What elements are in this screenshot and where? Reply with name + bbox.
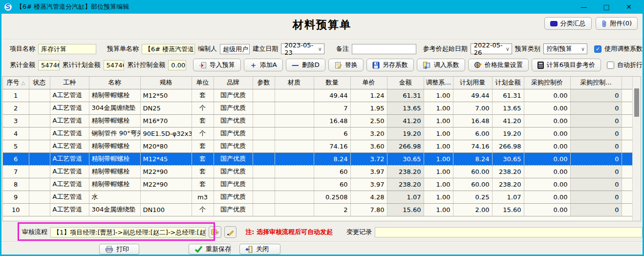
table-cell[interactable]: M16*70 (140, 114, 192, 127)
table-cell[interactable]: 3.97 (350, 178, 387, 191)
table-cell[interactable]: 国产优质 (214, 152, 253, 165)
resave-button[interactable]: 重新保存 (189, 244, 231, 255)
table-row[interactable]: 3A工艺管道精制带帽螺栓M16*70套国产优质16.482.5041.201.0… (3, 114, 632, 127)
table-cell[interactable]: 3.97 (350, 165, 387, 178)
table-cell[interactable]: 国产优质 (214, 127, 253, 140)
table-cell[interactable]: 10 (3, 203, 29, 216)
table-cell[interactable]: 1.00 (424, 165, 453, 178)
table-cell[interactable]: 19.20 (387, 127, 424, 140)
table-cell[interactable]: 0 (570, 114, 622, 127)
table-cell[interactable]: 6 (314, 127, 350, 140)
table-cell[interactable] (253, 114, 275, 127)
table-cell[interactable]: 个 (192, 102, 214, 114)
table-cell[interactable] (140, 191, 192, 203)
table-cell[interactable]: 精制带帽螺栓 (89, 140, 140, 152)
table-row[interactable]: 5A工艺管道精制带帽螺栓M20*80套国产优质74.163.60266.981.… (3, 140, 632, 152)
table-cell[interactable]: 74.16 (453, 140, 492, 152)
table-cell[interactable]: 7.80 (350, 203, 387, 216)
table-cell[interactable]: 13.65 (387, 102, 424, 114)
table-cell[interactable]: 国产优质 (214, 102, 253, 114)
table-cell[interactable]: 国产优质 (214, 203, 253, 216)
author-field[interactable]: 超级用户 (220, 44, 250, 54)
table-cell[interactable] (275, 191, 314, 203)
column-header[interactable]: 金额 (387, 77, 424, 89)
table-cell[interactable]: 60.00 (453, 178, 492, 191)
table-cell[interactable] (275, 203, 314, 216)
table-cell[interactable]: 7 (314, 102, 350, 114)
table-cell[interactable]: 1.00 (424, 152, 453, 165)
table-cell[interactable]: 0 (570, 102, 622, 114)
table-cell[interactable]: 60 (314, 178, 350, 191)
table-cell[interactable]: M20*80 (140, 140, 192, 152)
table-cell[interactable]: 8.24 (314, 152, 350, 165)
table-cell[interactable]: 1.07 (387, 191, 424, 203)
table-row[interactable]: 9A工艺管道水m3国产优质0.25084.281.071.000.251.070… (3, 191, 632, 203)
table-cell[interactable]: 60 (314, 165, 350, 178)
table-cell[interactable]: A工艺管道 (50, 165, 89, 178)
table-cell[interactable] (29, 191, 50, 203)
table-cell[interactable]: A工艺管道 (50, 89, 89, 102)
table-cell[interactable]: 1.00 (424, 114, 453, 127)
table-cell[interactable]: 0.00 (524, 178, 570, 191)
table-cell[interactable]: 49.44 (314, 89, 350, 102)
table-cell[interactable]: M22*90 (140, 165, 192, 178)
table-cell[interactable] (275, 140, 314, 152)
table-cell[interactable]: 0.00 (524, 114, 570, 127)
table-cell[interactable]: 0 (570, 178, 622, 191)
table-cell[interactable]: A工艺管道 (50, 203, 89, 216)
table-cell[interactable]: A工艺管道 (50, 178, 89, 191)
table-cell[interactable]: A工艺管道 (50, 114, 89, 127)
table-cell[interactable]: 套 (192, 165, 214, 178)
replace-button[interactable]: 替换 (328, 59, 364, 71)
table-cell[interactable] (253, 89, 275, 102)
table-row[interactable]: 10A工艺管道304金属缠绕垫DN100个国产优质27.8015.601.002… (3, 203, 632, 216)
table-cell[interactable]: 90E1.5D-φ32x3 (140, 127, 192, 140)
table-cell[interactable]: 个 (192, 203, 214, 216)
table-cell[interactable] (275, 152, 314, 165)
column-header[interactable]: 状态 (29, 77, 50, 89)
table-cell[interactable]: 1.00 (424, 102, 453, 114)
column-header[interactable]: 调整系... (424, 77, 453, 89)
table-cell[interactable]: 0.2508 (314, 191, 350, 203)
table-cell[interactable]: A工艺管道 (50, 152, 89, 165)
create-date-select[interactable]: 2023-05-23 ∨ (281, 43, 324, 54)
table-cell[interactable]: 精制带帽螺栓 (89, 89, 140, 102)
approve-flow-field[interactable]: 【1】项目经理:[曹慧]->副总经理:[赵二]->总经理:[赵一] (50, 227, 206, 237)
import-budget-button[interactable]: 导入预算 (193, 59, 241, 71)
table-cell[interactable]: 水 (89, 191, 140, 203)
table-cell[interactable] (29, 140, 50, 152)
table-cell[interactable]: A工艺管道 (50, 127, 89, 140)
column-header[interactable]: 采购控制价 (524, 77, 570, 89)
table-cell[interactable]: 8.24 (453, 152, 492, 165)
change-log-input[interactable] (375, 227, 643, 237)
table-cell[interactable]: 238.20 (492, 165, 524, 178)
column-header[interactable]: 计划用量 (453, 77, 492, 89)
table-row[interactable]: 8A工艺管道精制带帽螺栓M22*90套国产优质603.97238.201.006… (3, 178, 632, 191)
table-cell[interactable]: DN25 (140, 102, 192, 114)
table-cell[interactable]: 0 (570, 127, 622, 140)
table-cell[interactable]: 6 (3, 152, 29, 165)
maximize-icon[interactable]: □ (595, 0, 618, 14)
table-cell[interactable] (29, 178, 50, 191)
column-header[interactable]: 单位 (192, 77, 214, 89)
table-cell[interactable]: 8 (3, 178, 29, 191)
table-cell[interactable]: 个 (192, 127, 214, 140)
table-cell[interactable] (275, 89, 314, 102)
table-cell[interactable]: 2.00 (453, 203, 492, 216)
column-header[interactable]: 参数 (253, 77, 275, 89)
load-coef-button[interactable]: 调入系数 (417, 59, 465, 71)
autowrap-checkbox[interactable] (607, 62, 614, 69)
table-cell[interactable] (253, 102, 275, 114)
table-cell[interactable]: 3.72 (350, 152, 387, 165)
table-cell[interactable]: 238.20 (492, 178, 524, 191)
column-header[interactable]: 数量 (314, 77, 350, 89)
table-cell[interactable]: 1.24 (350, 89, 387, 102)
save-coef-button[interactable]: 另存系数 (366, 59, 414, 71)
column-header[interactable]: 品牌 (214, 77, 253, 89)
table-cell[interactable]: 3 (3, 114, 29, 127)
table-cell[interactable]: 套 (192, 178, 214, 191)
table-cell[interactable]: 5 (3, 140, 29, 152)
table-cell[interactable]: 7.00 (453, 102, 492, 114)
table-cell[interactable]: 30.65 (492, 152, 524, 165)
table-cell[interactable]: 1.00 (424, 178, 453, 191)
